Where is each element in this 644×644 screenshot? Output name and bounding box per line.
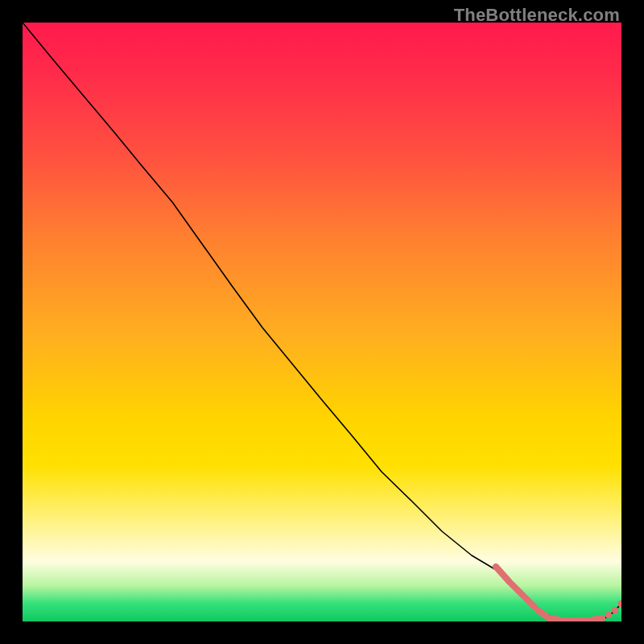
marker-dash: [512, 584, 523, 596]
marker-dash: [549, 618, 559, 620]
marker-dot: [605, 612, 612, 618]
marker-dash: [538, 610, 546, 616]
marker-group: [496, 567, 621, 621]
marker-dash: [592, 618, 602, 620]
chart-stage: TheBottleneck.com: [0, 0, 644, 644]
plot-area: [23, 23, 621, 621]
marker-dash: [496, 567, 510, 582]
marker-dash: [526, 598, 535, 607]
chart-svg: [23, 23, 621, 621]
marker-dot: [612, 607, 618, 613]
bottleneck-curve: [23, 23, 621, 621]
